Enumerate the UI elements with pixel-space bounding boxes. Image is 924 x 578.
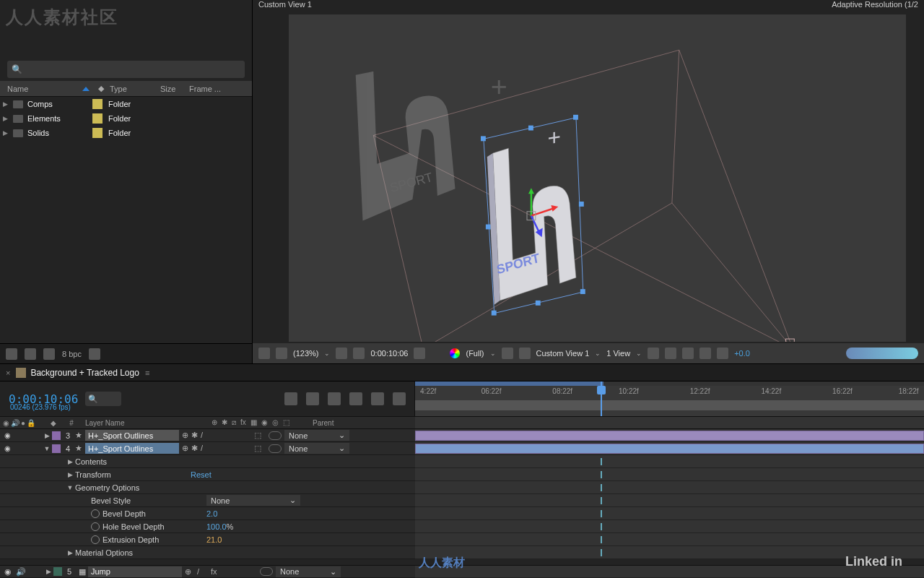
viewer-canvas[interactable]: + SPORT + S: [289, 14, 906, 342]
view-dd[interactable]: Custom View 1: [536, 349, 590, 358]
keyframe-marker[interactable]: [601, 549, 602, 556]
monitor-icon[interactable]: [276, 348, 287, 359]
stopwatch-icon[interactable]: [91, 522, 100, 531]
eye-icon[interactable]: ◉: [4, 567, 12, 577]
twirl-icon[interactable]: ▶: [3, 100, 10, 108]
3d-switch-icon[interactable]: ⬚: [254, 444, 266, 453]
parent-pickwhip-icon[interactable]: [269, 431, 282, 440]
new-comp-icon[interactable]: [43, 348, 55, 360]
project-search[interactable]: 🔍: [7, 61, 245, 78]
color-channel-icon[interactable]: [450, 348, 460, 358]
pixel-aspect-icon[interactable]: [648, 348, 659, 359]
timeline-search[interactable]: 🔍: [85, 392, 121, 406]
panel-menu-icon[interactable]: ≡: [145, 368, 149, 377]
graph-editor-icon[interactable]: [371, 392, 384, 405]
layer-name-field[interactable]: Jump: [88, 566, 182, 577]
prop-value[interactable]: 100.0: [206, 522, 227, 531]
motion-blur-icon[interactable]: [349, 392, 362, 405]
bevel-style-dropdown[interactable]: None⌄: [206, 495, 300, 506]
prop-value[interactable]: 21.0: [206, 535, 222, 544]
project-item[interactable]: ▶ Comps Folder: [0, 97, 252, 111]
twirl-icon[interactable]: ▼: [42, 445, 52, 452]
views-count-dd[interactable]: 1 View: [606, 349, 630, 358]
comp-mini-flow-icon[interactable]: [284, 392, 297, 405]
twirl-icon[interactable]: ▶: [42, 432, 52, 439]
twirl-icon[interactable]: ▶: [65, 471, 75, 478]
eye-col-icon[interactable]: ◉: [3, 419, 9, 427]
shy-icon[interactable]: ⊕: [212, 418, 217, 427]
project-item[interactable]: ▶ Elements Folder: [0, 111, 252, 126]
col-size[interactable]: Size: [156, 85, 185, 93]
project-item[interactable]: ▶ Solids Folder: [0, 126, 252, 140]
col-parent[interactable]: Parent: [310, 419, 415, 427]
parent-dropdown[interactable]: None⌄: [284, 443, 349, 454]
keyframe-marker[interactable]: [601, 523, 602, 530]
audio-icon[interactable]: 🔊: [16, 567, 26, 577]
playhead[interactable]: [601, 381, 602, 416]
twirl-icon[interactable]: ▶: [3, 129, 10, 137]
roi-icon[interactable]: [502, 348, 513, 359]
reset-exposure-icon[interactable]: [717, 348, 728, 359]
interpret-icon[interactable]: [6, 348, 17, 360]
audio-col-icon[interactable]: 🔊: [11, 419, 19, 427]
new-folder-icon[interactable]: [25, 348, 36, 360]
col-type[interactable]: Type: [105, 85, 156, 93]
parent-dropdown[interactable]: None⌄: [276, 566, 341, 577]
parent-dropdown[interactable]: None⌄: [284, 430, 349, 441]
eye-icon[interactable]: ◉: [3, 431, 12, 439]
view-name[interactable]: Custom View 1: [258, 0, 312, 14]
layer-label-color[interactable]: [52, 431, 61, 440]
trash-icon[interactable]: [89, 348, 100, 360]
resolution-dd[interactable]: (Full): [466, 349, 484, 358]
parent-pickwhip-icon[interactable]: [260, 567, 273, 576]
safe-zones-icon[interactable]: [336, 348, 347, 359]
time-ruler[interactable]: 4:22f 06:22f 08:22f 10:22f 12:22f 14:22f…: [415, 381, 924, 416]
dropdown-icon[interactable]: ⌄: [595, 350, 601, 357]
col-name[interactable]: Name: [3, 85, 82, 93]
parent-pickwhip-icon[interactable]: [269, 444, 282, 453]
selected-3d-logo[interactable]: + SPORT: [481, 115, 585, 316]
eye-icon[interactable]: ◉: [3, 444, 12, 452]
prop-row-transform[interactable]: ▶ Transform Reset: [0, 468, 924, 481]
layer-label-color[interactable]: [52, 444, 61, 453]
timeline-icon[interactable]: [682, 348, 694, 359]
frame-blend-icon[interactable]: [328, 392, 341, 405]
keyframe-marker[interactable]: [601, 510, 602, 517]
prop-row-contents[interactable]: ▶ Contents Add: ⊙: [0, 455, 924, 468]
dropdown-icon[interactable]: ⌄: [324, 350, 330, 357]
col-layer-name[interactable]: Layer Name: [82, 419, 209, 427]
keyframe-marker[interactable]: [601, 497, 602, 504]
mask-icon[interactable]: [258, 348, 270, 359]
layer-label-color[interactable]: [53, 567, 62, 576]
twirl-icon[interactable]: ▶: [43, 568, 53, 575]
comp-tab-name[interactable]: Background + Tracked Logo: [30, 368, 139, 378]
label-color[interactable]: [92, 128, 103, 138]
twirl-icon[interactable]: ▶: [3, 115, 10, 122]
3d-switch-icon[interactable]: ⬚: [254, 431, 266, 440]
prop-row-bevel-style[interactable]: Bevel Style None⌄: [0, 494, 924, 507]
solo-col-icon[interactable]: ●: [21, 419, 25, 427]
close-icon[interactable]: ×: [6, 368, 10, 377]
sort-arrow-icon[interactable]: [82, 87, 90, 91]
exposure-value[interactable]: +0.0: [734, 349, 750, 358]
prop-row-hole-bevel[interactable]: Hole Bevel Depth 100.0%: [0, 520, 924, 533]
twirl-icon[interactable]: ▶: [65, 458, 75, 465]
twirl-icon[interactable]: ▶: [65, 549, 75, 556]
col-frame[interactable]: Frame ...: [185, 85, 249, 93]
flowchart-icon[interactable]: [699, 348, 711, 359]
keyframe-marker[interactable]: [601, 484, 602, 491]
layer-duration-bar[interactable]: [415, 431, 924, 441]
stopwatch-icon[interactable]: [91, 509, 100, 518]
label-col-icon[interactable]: ◆: [51, 419, 61, 427]
prop-row-bevel-depth[interactable]: Bevel Depth 2.0: [0, 507, 924, 520]
layer-name-field[interactable]: H+_Sport Outlines: [85, 443, 179, 454]
brainstorm-icon[interactable]: [393, 392, 406, 405]
draft-3d-icon[interactable]: [306, 392, 319, 405]
work-area-bar[interactable]: [415, 400, 924, 410]
col-hash[interactable]: #: [61, 419, 82, 427]
3d-col-icon[interactable]: ⬚: [283, 418, 289, 427]
bpc-button[interactable]: 8 bpc: [62, 350, 82, 358]
layer-row[interactable]: ◉ ▶ 3 ★ H+_Sport Outlines ⊕✱/ ⬚ None⌄: [0, 429, 924, 442]
lock-col-icon[interactable]: 🔒: [27, 419, 35, 427]
keyframe-marker[interactable]: [601, 458, 602, 465]
